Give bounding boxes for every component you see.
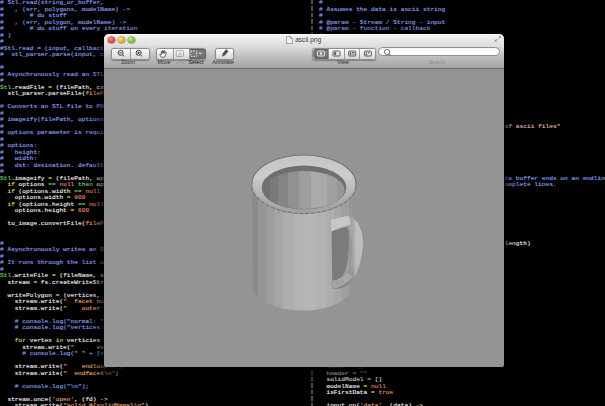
- svg-text:A: A: [178, 50, 182, 56]
